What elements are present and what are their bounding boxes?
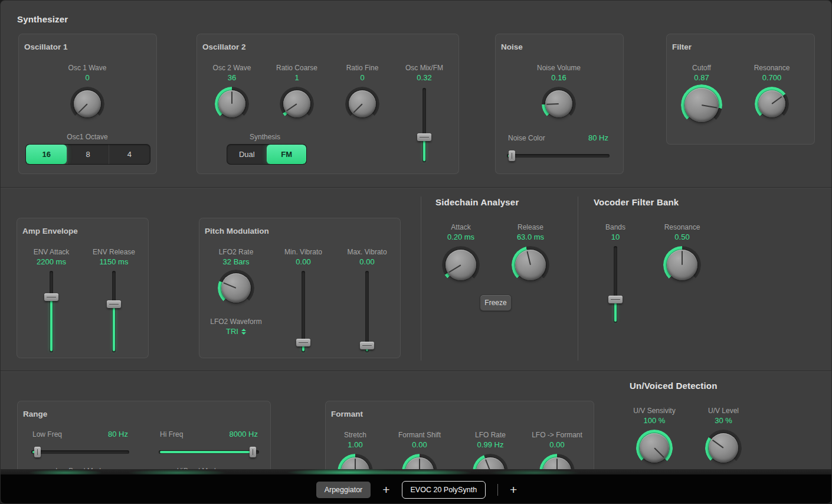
hi-freq-slider[interactable] — [159, 447, 259, 457]
cutoff-knob[interactable] — [684, 88, 719, 122]
add-instrument-button[interactable]: + — [510, 483, 517, 496]
lfo2-rate-knob[interactable] — [221, 273, 251, 303]
knob-pointer — [78, 103, 87, 113]
oscillator1-title: Oscillator 1 — [24, 42, 68, 51]
octave-4-button[interactable]: 4 — [109, 145, 150, 164]
low-freq-value: 80 Hz — [108, 429, 128, 440]
slider-handle[interactable] — [417, 133, 431, 141]
hi-freq-label: Hi Freq — [160, 430, 183, 439]
osc-mix-slider[interactable] — [417, 88, 431, 162]
slider-track[interactable] — [31, 450, 129, 454]
stepper-icon — [241, 329, 246, 335]
slider-track[interactable] — [365, 271, 369, 352]
low-freq-param: Low Freq 80 Hz — [31, 429, 129, 457]
knob-pointer — [448, 264, 461, 273]
knob-cap — [709, 433, 738, 463]
min-vibrato-value: 0.00 — [296, 257, 310, 267]
column-divider — [578, 197, 578, 361]
bands-slider[interactable] — [608, 246, 623, 323]
slider-handle[interactable] — [44, 293, 58, 301]
osc1-octave-label: Osc1 Octave — [67, 132, 107, 142]
octave-8-button[interactable]: 8 — [67, 145, 108, 164]
max-vibrato-param: Max. Vibrato 0.00 — [332, 247, 402, 352]
slider-handle[interactable] — [296, 339, 310, 346]
slider-handle[interactable] — [509, 150, 515, 161]
uv-sensitivity-label: U/V Sensivity — [633, 406, 675, 415]
env-release-param: ENV Release 1150 ms — [78, 247, 149, 352]
knob-pointer — [353, 103, 362, 113]
uv-sensitivity-param: U/V Sensivity 100 % — [619, 406, 690, 463]
vocoder-resonance-knob[interactable] — [667, 250, 697, 280]
sidechain-release-param: Release 63.0 ms — [495, 222, 566, 280]
column-divider — [421, 197, 421, 361]
env-release-label: ENV Release — [93, 247, 135, 257]
osc2-wave-param: Osc 2 Wave 36 — [196, 63, 267, 117]
knob-pointer — [654, 447, 664, 458]
cutoff-param: Cutoff 0.87 — [666, 63, 737, 122]
uv-sensitivity-knob[interactable] — [640, 433, 669, 463]
add-midi-fx-button[interactable]: + — [382, 483, 389, 496]
noise-volume-label: Noise Volume — [537, 63, 581, 73]
min-vibrato-slider[interactable] — [296, 271, 310, 352]
lfo2-waveform-param: LFO2 Waveform TRI — [201, 317, 271, 337]
ratio-coarse-value: 1 — [294, 73, 299, 83]
slider-handle[interactable] — [107, 300, 121, 308]
lfo2-waveform-select[interactable]: TRI — [226, 326, 246, 337]
lfo2-rate-label: LFO2 Rate — [219, 247, 254, 257]
sidechain-attack-value: 0.20 ms — [447, 232, 474, 243]
octave-16-button[interactable]: 16 — [26, 145, 67, 164]
slider-handle[interactable] — [250, 447, 256, 457]
vocoder-resonance-param: Resonance 0.50 — [647, 222, 718, 280]
knob-pointer — [286, 103, 297, 112]
max-vibrato-label: Max. Vibrato — [347, 247, 386, 257]
stretch-label: Stretch — [344, 430, 366, 440]
filter-resonance-value: 0.700 — [762, 73, 782, 83]
synthesis-fm-button[interactable]: FM — [267, 145, 307, 164]
ratio-fine-knob[interactable] — [349, 90, 376, 117]
osc-mix-value: 0.32 — [417, 73, 431, 83]
sidechain-release-knob[interactable] — [515, 250, 546, 280]
instrument-button[interactable]: EVOC 20 PolySynth — [402, 481, 486, 499]
min-vibrato-label: Min. Vibrato — [284, 247, 322, 257]
env-release-value: 1150 ms — [100, 257, 129, 267]
noise-volume-param: Noise Volume 0.16 — [523, 63, 594, 117]
bands-param: Bands 10 — [580, 222, 651, 323]
knob-pointer — [231, 91, 232, 104]
env-attack-label: ENV Attack — [34, 247, 70, 257]
noise-volume-knob[interactable] — [545, 90, 572, 117]
formant-lfo-rate-label: LFO Rate — [475, 430, 506, 440]
slider-handle[interactable] — [34, 447, 41, 457]
knob-cap — [545, 90, 572, 117]
sidechain-attack-knob[interactable] — [446, 250, 476, 280]
hi-freq-value: 8000 Hz — [230, 429, 258, 440]
bands-value: 10 — [611, 232, 620, 243]
resonance-knob[interactable] — [758, 90, 785, 117]
knob-pointer — [526, 251, 531, 266]
env-attack-slider[interactable] — [44, 271, 58, 352]
lfo2-rate-value: 32 Bars — [223, 257, 250, 267]
env-release-slider[interactable] — [107, 271, 121, 352]
slider-handle[interactable] — [608, 296, 623, 303]
slider-track[interactable] — [507, 154, 610, 158]
slider-fill — [50, 299, 53, 352]
max-vibrato-slider[interactable] — [360, 271, 374, 352]
low-freq-slider[interactable] — [31, 447, 129, 457]
osc2-wave-knob[interactable] — [218, 90, 245, 117]
slider-handle[interactable] — [360, 342, 374, 349]
ratio-coarse-knob[interactable] — [283, 90, 310, 117]
uv-level-knob[interactable] — [709, 433, 738, 463]
lfo2-waveform-value: TRI — [226, 326, 238, 337]
knob-pointer — [702, 104, 718, 109]
arpeggiator-button[interactable]: Arpeggiator — [316, 482, 371, 498]
osc1-octave-switch: 16 8 4 — [25, 144, 150, 165]
ratio-fine-label: Ratio Fine — [346, 63, 379, 73]
freeze-button[interactable]: Freeze — [480, 294, 512, 311]
knob-pointer — [546, 103, 559, 105]
hi-freq-param: Hi Freq 8000 Hz — [159, 429, 259, 457]
osc1-wave-knob[interactable] — [74, 90, 101, 117]
synthesis-dual-button[interactable]: Dual — [227, 145, 267, 164]
noise-color-slider[interactable] — [507, 150, 610, 161]
stretch-value: 1.00 — [348, 440, 362, 450]
knob-cap — [515, 250, 546, 280]
row-divider — [1, 371, 832, 371]
